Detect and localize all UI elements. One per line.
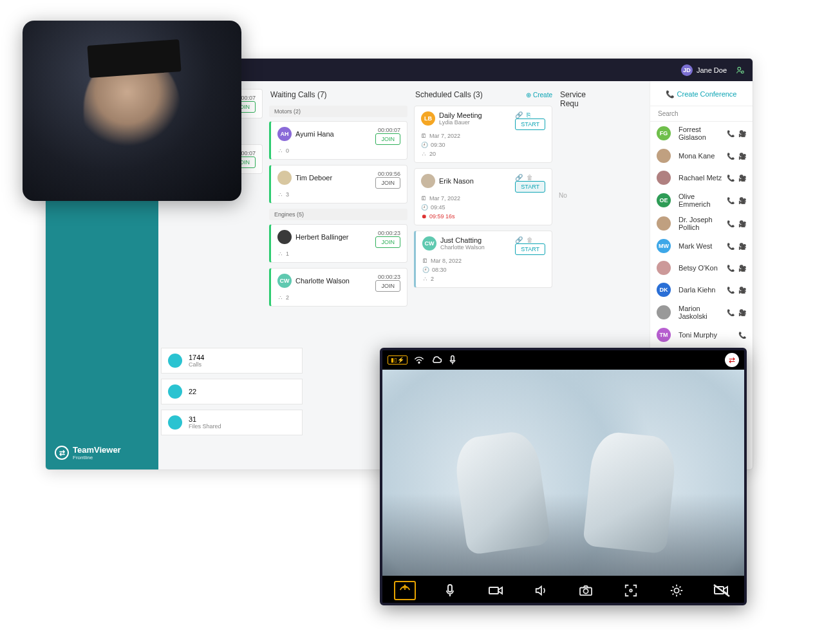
calendar-icon: 🗓 <box>422 258 428 264</box>
create-link[interactable]: ⊕ Create <box>526 91 552 99</box>
calendar-icon: 🗓 <box>421 195 427 202</box>
focus-tool-icon[interactable] <box>620 581 642 600</box>
contact-row[interactable]: Rachael Metz📞🎥 <box>650 167 753 189</box>
contact-name: Darla Kiehn <box>679 286 715 294</box>
call-icon[interactable]: 📞 <box>727 130 735 137</box>
join-button[interactable]: JOIN <box>375 177 400 189</box>
avatar <box>657 149 671 163</box>
contact-row[interactable]: DKDarla Kiehn📞🎥 <box>650 279 753 301</box>
avatar: CW <box>422 236 436 251</box>
contact-row[interactable]: MWMark West📞🎥 <box>650 235 753 257</box>
stats-block: 1744Calls 22 31Files Shared <box>161 348 303 440</box>
contact-name: Rachael Metz <box>679 174 722 182</box>
brightness-tool-icon[interactable] <box>666 581 688 600</box>
call-icon[interactable]: 📞 <box>727 287 735 294</box>
calendar-icon: 🗓 <box>421 133 427 139</box>
trash-icon[interactable]: 🗑 <box>527 236 533 243</box>
avatar <box>657 171 671 185</box>
contact-row[interactable]: OEOlive Emmerich📞🎥 <box>650 189 753 212</box>
join-button[interactable]: JOIN <box>375 236 400 248</box>
avatar: CW <box>277 274 292 288</box>
people-icon: ⛬ <box>277 294 283 301</box>
start-button[interactable]: START <box>515 181 545 193</box>
scheduled-card: CW Just Chatting Charlotte Walson 🔗 🗑 <box>414 231 552 288</box>
video-off-tool-icon[interactable] <box>711 581 733 600</box>
call-icon[interactable]: 📞 <box>727 175 735 182</box>
waiting-card: CW Charlotte Walson 00:00:23 JOIN ⛬2 <box>269 268 407 307</box>
contact-row[interactable]: Betsy O'Kon📞🎥 <box>650 257 753 279</box>
contact-name: Mona Kane <box>679 152 715 160</box>
column-title: Waiting Calls (7) <box>270 90 327 99</box>
avatar: OE <box>657 193 671 207</box>
people-icon: ⛬ <box>277 191 283 198</box>
video-icon[interactable]: 🎥 <box>738 175 746 182</box>
video-icon[interactable]: 🎥 <box>738 197 746 204</box>
link-icon[interactable]: 🔗 <box>515 236 523 243</box>
camera-tool-icon[interactable] <box>575 581 597 600</box>
video-icon[interactable]: 🎥 <box>738 309 746 316</box>
contact-row[interactable]: FGForrest Gislason📞🎥 <box>650 122 753 145</box>
link-icon[interactable]: 🔗 <box>515 111 523 118</box>
speaker-tool-icon[interactable] <box>530 581 552 600</box>
video-tool-icon[interactable] <box>485 581 507 600</box>
copy-icon[interactable]: ⎘ <box>527 111 530 118</box>
svg-rect-5 <box>489 587 498 594</box>
pointer-tool-icon[interactable] <box>394 581 416 600</box>
call-icon[interactable]: 📞 <box>727 265 735 272</box>
call-icon[interactable]: 📞 <box>738 332 746 339</box>
contact-row[interactable]: Marion Jaskolski📞🎥 <box>650 301 753 324</box>
call-icon[interactable]: 📞 <box>727 243 735 250</box>
contact-row[interactable]: Dr. Joseph Pollich📞🎥 <box>650 212 753 235</box>
teamviewer-round-icon[interactable]: ⇄ <box>725 353 739 367</box>
video-icon[interactable]: 🎥 <box>738 243 746 250</box>
contact-name: Toni Murphy <box>679 331 717 339</box>
people-icon: ⛬ <box>277 251 283 257</box>
search-label[interactable]: Search <box>650 106 753 122</box>
clock-icon: 🕘 <box>421 204 428 211</box>
call-icon[interactable]: 📞 <box>727 309 735 316</box>
call-icon[interactable]: 📞 <box>727 220 735 227</box>
contact-row[interactable]: TMToni Murphy📞 <box>650 324 753 346</box>
video-icon[interactable]: 🎥 <box>738 153 746 160</box>
avatar <box>277 171 292 185</box>
mic-tool-icon[interactable] <box>439 581 461 600</box>
trash-icon[interactable]: 🗑 <box>527 174 533 181</box>
join-button[interactable]: JOIN <box>375 133 400 145</box>
avatar: AH <box>277 127 292 141</box>
contact-name: Olive Emmerich <box>679 193 727 208</box>
clock-icon: 🕘 <box>422 267 429 273</box>
user-avatar[interactable]: JD <box>681 64 693 76</box>
column-title: Service Requ <box>560 90 604 108</box>
call-icon[interactable]: 📞 <box>727 153 735 160</box>
wifi-icon <box>414 356 424 364</box>
video-icon[interactable]: 🎥 <box>738 220 746 227</box>
svg-point-9 <box>674 588 679 592</box>
battery-icon: ▮▯⚡ <box>388 355 407 365</box>
waiting-card: Herbert Ballinger 00:00:23 JOIN ⛬1 <box>269 224 407 263</box>
video-icon[interactable]: 🎥 <box>738 287 746 294</box>
avatar <box>657 261 671 275</box>
avatar: FG <box>657 126 671 140</box>
contact-row[interactable]: Mona Kane📞🎥 <box>650 145 753 167</box>
video-toolbar <box>382 576 744 605</box>
group-label: Motors (2) <box>269 106 407 117</box>
start-button[interactable]: START <box>515 243 545 255</box>
stat-tile: 31Files Shared <box>161 410 303 435</box>
link-icon[interactable]: 🔗 <box>515 174 523 181</box>
stat-tile: 1744Calls <box>161 348 303 374</box>
avatar: TM <box>657 328 671 342</box>
stat-dot-icon <box>168 354 182 368</box>
video-status-bar: ▮▯⚡ ⇄ <box>382 350 744 370</box>
start-button[interactable]: START <box>515 118 545 130</box>
svg-rect-3 <box>451 355 454 361</box>
avatar <box>421 174 435 188</box>
contact-name: Dr. Joseph Pollich <box>679 216 727 231</box>
video-icon[interactable]: 🎥 <box>738 265 746 272</box>
people-icon: ⛬ <box>277 147 283 154</box>
presence-icon[interactable] <box>736 66 745 75</box>
create-conference-link[interactable]: 📞 Create Conference <box>666 90 736 98</box>
video-icon[interactable]: 🎥 <box>738 130 746 137</box>
call-icon[interactable]: 📞 <box>727 197 735 204</box>
join-button[interactable]: JOIN <box>375 280 400 292</box>
avatar <box>657 305 671 319</box>
